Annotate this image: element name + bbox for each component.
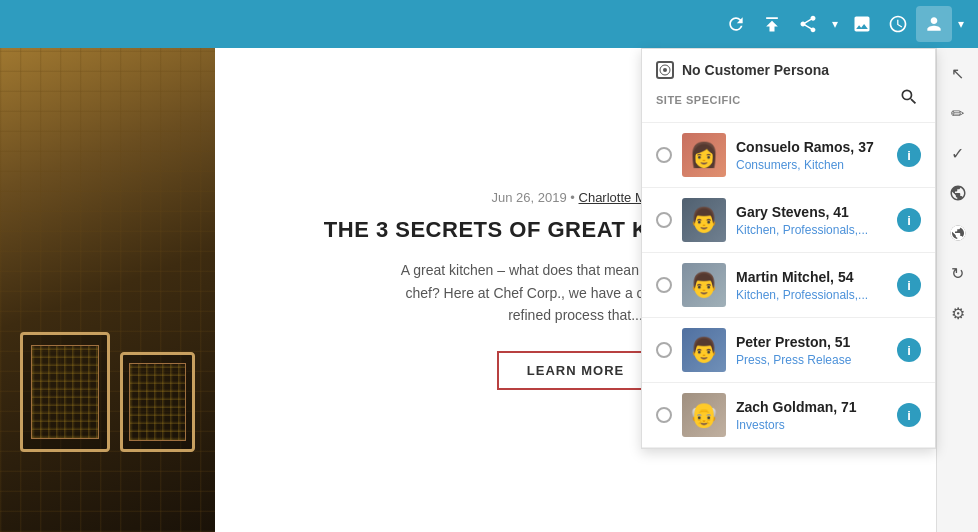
persona-info-button[interactable]: i [897,403,921,427]
persona-name: Gary Stevens, 41 [736,204,887,220]
kitchen-visual [0,48,215,532]
persona-header: No Customer Persona SITE SPECIFIC [642,49,935,123]
persona-tags: Kitchen, Professionals,... [736,223,887,237]
persona-list: 👩 Consuelo Ramos, 37 Consumers, Kitchen … [642,123,935,448]
persona-panel: No Customer Persona SITE SPECIFIC 👩 Cons… [641,48,936,449]
persona-chevron-icon[interactable]: ▾ [952,6,970,42]
learn-more-button[interactable]: LEARN MORE [497,351,654,390]
persona-info: Martin Mitchel, 54 Kitchen, Professional… [736,269,887,302]
persona-info: Gary Stevens, 41 Kitchen, Professionals,… [736,204,887,237]
persona-avatar: 👨 [682,198,726,242]
check-icon[interactable]: ✓ [941,136,975,170]
persona-selected-icon [656,61,674,79]
article-date: Jun 26, 2019 • Charlotte May [492,190,660,205]
share-icon[interactable] [790,6,826,42]
persona-name: Martin Mitchel, 54 [736,269,887,285]
toolbar: ▾ ▾ [0,0,978,48]
cursor-icon[interactable]: ↖ [941,56,975,90]
persona-item[interactable]: 👩 Consuelo Ramos, 37 Consumers, Kitchen … [642,123,935,188]
share-chevron-icon[interactable]: ▾ [826,6,844,42]
persona-info-button[interactable]: i [897,338,921,362]
persona-search-button[interactable] [897,85,921,114]
site-specific-label: SITE SPECIFIC [656,94,741,106]
persona-icon[interactable] [916,6,952,42]
clock-icon[interactable] [880,6,916,42]
persona-radio[interactable] [656,147,672,163]
persona-radio[interactable] [656,407,672,423]
persona-info-button[interactable]: i [897,143,921,167]
export-icon[interactable] [754,6,790,42]
globe-solid-icon[interactable] [941,216,975,250]
persona-tags: Press, Press Release [736,353,887,367]
refresh-icon[interactable] [718,6,754,42]
pencil-icon[interactable]: ✏ [941,96,975,130]
persona-tags: Investors [736,418,887,432]
persona-info-button[interactable]: i [897,273,921,297]
persona-selected: No Customer Persona [656,61,921,79]
persona-tags: Kitchen, Professionals,... [736,288,887,302]
persona-avatar: 👴 [682,393,726,437]
persona-item[interactable]: 👴 Zach Goldman, 71 Investors i [642,383,935,448]
persona-name: Peter Preston, 51 [736,334,887,350]
persona-item[interactable]: 👨 Peter Preston, 51 Press, Press Release… [642,318,935,383]
persona-avatar: 👨 [682,263,726,307]
no-persona-label: No Customer Persona [682,62,829,78]
persona-item[interactable]: 👨 Gary Stevens, 41 Kitchen, Professional… [642,188,935,253]
persona-avatar: 👩 [682,133,726,177]
persona-radio[interactable] [656,277,672,293]
svg-point-2 [663,68,667,72]
persona-name: Zach Goldman, 71 [736,399,887,415]
persona-info: Peter Preston, 51 Press, Press Release [736,334,887,367]
persona-tags: Consumers, Kitchen [736,158,887,172]
persona-name: Consuelo Ramos, 37 [736,139,887,155]
image-icon[interactable] [844,6,880,42]
persona-radio[interactable] [656,212,672,228]
globe-outline-icon[interactable] [941,176,975,210]
persona-avatar: 👨 [682,328,726,372]
sync-icon[interactable]: ↻ [941,256,975,290]
persona-info: Zach Goldman, 71 Investors [736,399,887,432]
settings-icon[interactable]: ⚙ [941,296,975,330]
article-image [0,48,215,532]
persona-info-button[interactable]: i [897,208,921,232]
persona-subheader: SITE SPECIFIC [656,85,921,114]
persona-info: Consuelo Ramos, 37 Consumers, Kitchen [736,139,887,172]
persona-radio[interactable] [656,342,672,358]
persona-item[interactable]: 👨 Martin Mitchel, 54 Kitchen, Profession… [642,253,935,318]
right-sidebar: ↖ ✏ ✓ ↻ ⚙ [936,48,978,532]
